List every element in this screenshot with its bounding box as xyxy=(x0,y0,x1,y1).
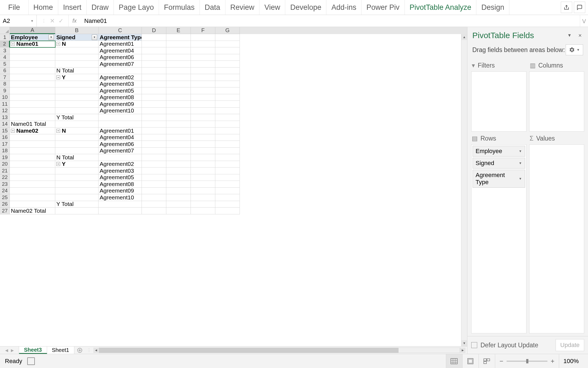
cell[interactable] xyxy=(99,114,142,121)
zoom-out-button[interactable]: − xyxy=(500,357,503,365)
cell[interactable]: −Name02 xyxy=(10,127,55,134)
column-header[interactable]: C xyxy=(99,27,142,34)
cell[interactable] xyxy=(142,87,166,94)
cell[interactable] xyxy=(10,141,55,148)
row-header[interactable]: 6 xyxy=(0,68,10,74)
pane-layout-button[interactable]: ▼ xyxy=(566,44,583,55)
column-header[interactable]: B xyxy=(55,27,99,34)
cell[interactable] xyxy=(191,148,215,154)
cell[interactable] xyxy=(215,114,240,121)
cell[interactable] xyxy=(142,181,166,188)
row-header[interactable]: 4 xyxy=(0,54,10,61)
cell[interactable] xyxy=(215,41,240,48)
cell[interactable] xyxy=(166,61,191,68)
chevron-down-icon[interactable]: ▼ xyxy=(519,149,522,153)
column-header[interactable]: A xyxy=(10,27,55,34)
cell[interactable] xyxy=(10,181,55,188)
cell[interactable]: Agreement Type▼ xyxy=(99,34,142,41)
cell[interactable] xyxy=(99,154,142,161)
cell[interactable] xyxy=(55,194,99,201)
cell[interactable] xyxy=(215,174,240,181)
row-header[interactable]: 1 xyxy=(0,34,10,41)
cell[interactable] xyxy=(215,94,240,101)
cell[interactable] xyxy=(166,154,191,161)
row-header[interactable]: 27 xyxy=(0,208,10,214)
name-box[interactable]: A2 ▼ xyxy=(0,15,37,27)
cell[interactable] xyxy=(166,188,191,194)
cell[interactable]: Agreement10 xyxy=(99,194,142,201)
cell[interactable] xyxy=(142,174,166,181)
cell[interactable] xyxy=(142,148,166,154)
sheet-nav-prev-icon[interactable]: ◀ xyxy=(5,348,8,352)
cell[interactable] xyxy=(55,134,99,141)
cell[interactable] xyxy=(10,114,55,121)
cell[interactable] xyxy=(215,68,240,74)
cell[interactable] xyxy=(55,61,99,68)
cell[interactable] xyxy=(10,61,55,68)
pane-close-icon[interactable]: ✕ xyxy=(577,32,583,39)
cell[interactable] xyxy=(166,81,191,88)
scroll-down-icon[interactable]: ▼ xyxy=(461,340,467,346)
cell[interactable] xyxy=(215,47,240,54)
cancel-formula-icon[interactable]: ✕ xyxy=(50,17,55,25)
cell[interactable] xyxy=(215,74,240,81)
row-header[interactable]: 13 xyxy=(0,114,10,121)
add-sheet-button[interactable] xyxy=(74,346,85,354)
formula-input[interactable] xyxy=(81,15,580,27)
row-header[interactable]: 8 xyxy=(0,81,10,88)
ribbon-tab-formulas[interactable]: Formulas xyxy=(159,0,200,15)
zoom-in-button[interactable]: + xyxy=(551,357,555,365)
cell[interactable] xyxy=(215,87,240,94)
ribbon-tab-insert[interactable]: Insert xyxy=(58,0,87,15)
cell[interactable] xyxy=(166,141,191,148)
cell[interactable] xyxy=(215,161,240,168)
cell[interactable] xyxy=(166,201,191,208)
cell[interactable] xyxy=(191,94,215,101)
cell[interactable]: Agreement07 xyxy=(99,148,142,154)
collapse-icon[interactable]: − xyxy=(56,162,60,166)
update-button[interactable]: Update xyxy=(556,339,584,351)
row-header[interactable]: 5 xyxy=(0,61,10,68)
zoom-thumb[interactable] xyxy=(526,359,528,363)
cell[interactable] xyxy=(99,208,142,214)
cell[interactable]: Signed▼ xyxy=(55,34,99,41)
ribbon-tab-develope[interactable]: Develope xyxy=(285,0,326,15)
horizontal-scrollbar[interactable]: ◀ ▶ xyxy=(93,348,465,353)
cell[interactable] xyxy=(191,34,215,41)
row-header[interactable]: 23 xyxy=(0,181,10,188)
cell[interactable] xyxy=(166,161,191,168)
cell[interactable] xyxy=(215,201,240,208)
cell[interactable] xyxy=(215,108,240,114)
cell[interactable] xyxy=(142,141,166,148)
cell[interactable] xyxy=(142,114,166,121)
share-button[interactable] xyxy=(561,2,572,13)
cell[interactable] xyxy=(10,108,55,114)
cell[interactable] xyxy=(10,194,55,201)
row-header[interactable]: 26 xyxy=(0,201,10,208)
cell[interactable] xyxy=(166,114,191,121)
ribbon-tab-power-piv[interactable]: Power Piv xyxy=(362,0,405,15)
column-header[interactable]: E xyxy=(166,27,191,34)
collapse-icon[interactable]: − xyxy=(56,129,60,133)
cell[interactable]: Agreement01 xyxy=(99,41,142,48)
defer-layout-checkbox[interactable] xyxy=(471,342,477,348)
cell[interactable] xyxy=(55,87,99,94)
row-header[interactable]: 25 xyxy=(0,194,10,201)
cell[interactable] xyxy=(55,174,99,181)
row-header[interactable]: 12 xyxy=(0,108,10,114)
cell[interactable] xyxy=(55,54,99,61)
cell[interactable] xyxy=(166,174,191,181)
cell[interactable] xyxy=(142,108,166,114)
row-header[interactable]: 11 xyxy=(0,101,10,108)
cell[interactable]: Agreement09 xyxy=(99,188,142,194)
select-all-corner[interactable] xyxy=(0,27,10,34)
cell[interactable] xyxy=(215,154,240,161)
cell[interactable] xyxy=(191,114,215,121)
cell[interactable] xyxy=(191,201,215,208)
row-header[interactable]: 2 xyxy=(0,41,10,48)
page-layout-view-button[interactable] xyxy=(462,354,479,368)
cell[interactable]: Employee▼ xyxy=(10,34,55,41)
cell[interactable] xyxy=(55,121,99,128)
cell[interactable] xyxy=(191,188,215,194)
cell[interactable] xyxy=(55,94,99,101)
